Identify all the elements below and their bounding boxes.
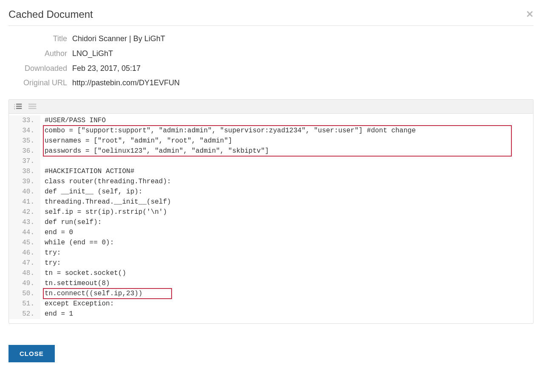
line-number: 49. — [9, 278, 40, 288]
code-text: end = 0 — [40, 227, 73, 238]
code-panel: 1 2 3 33.#USER/PASS INFO34.combo = ["sup… — [8, 99, 534, 324]
code-line: 50.tn.connect((self.ip,23)) — [9, 288, 533, 299]
svg-rect-6 — [28, 104, 36, 105]
code-text: self.ip = str(ip).rstrip('\n') — [40, 207, 167, 217]
line-number: 45. — [9, 238, 40, 248]
svg-text:3: 3 — [14, 108, 15, 110]
line-number: 51. — [9, 299, 40, 309]
svg-rect-4 — [16, 106, 22, 107]
line-number: 41. — [9, 197, 40, 207]
code-line: 44.end = 0 — [9, 227, 533, 238]
line-number: 37. — [9, 156, 40, 166]
code-text: class router(threading.Thread): — [40, 176, 171, 187]
line-number: 47. — [9, 258, 40, 268]
code-line: 43.def run(self): — [9, 217, 533, 227]
code-text: tn.settimeout(8) — [40, 278, 110, 288]
code-text: threading.Thread.__init__(self) — [40, 197, 171, 207]
line-number: 43. — [9, 217, 40, 227]
code-line: 34.combo = ["support:support", "admin:ad… — [9, 126, 533, 136]
close-icon[interactable]: ✕ — [526, 10, 534, 19]
svg-rect-8 — [28, 108, 36, 109]
code-text — [40, 156, 45, 166]
code-text: def run(self): — [40, 217, 102, 227]
code-text: end = 1 — [40, 309, 73, 319]
meta-row-title: Title Chidori Scanner | By LiGhT — [8, 33, 534, 45]
code-text: tn.connect((self.ip,23)) — [40, 288, 142, 299]
code-line: 46.try: — [9, 248, 533, 258]
code-toolbar: 1 2 3 — [9, 100, 533, 114]
code-text: usernames = ["root", "admin", "root", "a… — [40, 136, 232, 146]
line-number: 38. — [9, 166, 40, 176]
code-line: 42.self.ip = str(ip).rstrip('\n') — [9, 207, 533, 217]
code-text: while (end == 0): — [40, 238, 114, 248]
line-number: 33. — [9, 115, 40, 126]
meta-value-author: LNO_LiGhT — [72, 48, 113, 60]
code-text: try: — [40, 248, 61, 258]
line-number: 46. — [9, 248, 40, 258]
code-line: 37. — [9, 156, 533, 166]
code-area: 33.#USER/PASS INFO34.combo = ["support:s… — [9, 114, 533, 323]
meta-row-downloaded: Downloaded Feb 23, 2017, 05:17 — [8, 62, 534, 75]
list-view-icon[interactable] — [28, 103, 37, 110]
code-line: 36.passwords = ["oelinux123", "admin", "… — [9, 146, 533, 156]
code-line: 40.def __init__ (self, ip): — [9, 187, 533, 197]
line-number: 50. — [9, 288, 40, 299]
code-text: except Exception: — [40, 299, 114, 309]
code-text: combo = ["support:support", "admin:admin… — [40, 126, 416, 136]
code-line: 49.tn.settimeout(8) — [9, 278, 533, 288]
meta-label: Original URL — [8, 77, 72, 89]
code-line: 45.while (end == 0): — [9, 238, 533, 248]
code-line: 51.except Exception: — [9, 299, 533, 309]
meta-label: Title — [8, 33, 72, 45]
code-text: tn = socket.socket() — [40, 268, 126, 278]
code-line: 41.threading.Thread.__init__(self) — [9, 197, 533, 207]
toggle-line-numbers-icon[interactable]: 1 2 3 — [14, 103, 23, 110]
meta-label: Author — [8, 48, 72, 60]
close-button[interactable]: CLOSE — [8, 345, 55, 362]
meta-value-downloaded: Feb 23, 2017, 05:17 — [72, 62, 141, 75]
code-text: #HACKIFICATION ACTION# — [40, 166, 134, 176]
line-number: 34. — [9, 126, 40, 136]
code-line: 38.#HACKIFICATION ACTION# — [9, 166, 533, 176]
svg-rect-5 — [16, 108, 22, 109]
code-text: #USER/PASS INFO — [40, 115, 106, 126]
line-number: 44. — [9, 227, 40, 238]
meta-row-url: Original URL http://pastebin.com/DY1EVFU… — [8, 77, 534, 89]
code-line: 47.try: — [9, 258, 533, 268]
svg-rect-3 — [16, 104, 22, 105]
code-text: try: — [40, 258, 61, 268]
line-number: 39. — [9, 176, 40, 187]
modal-title: Cached Document — [8, 8, 93, 20]
svg-rect-7 — [28, 106, 36, 107]
code-line: 35.usernames = ["root", "admin", "root",… — [9, 136, 533, 146]
code-line: 33.#USER/PASS INFO — [9, 115, 533, 126]
code-text: passwords = ["oelinux123", "admin", "adm… — [40, 146, 269, 156]
meta-value-url: http://pastebin.com/DY1EVFUN — [72, 77, 180, 89]
line-number: 36. — [9, 146, 40, 156]
code-line: 39.class router(threading.Thread): — [9, 176, 533, 187]
modal-header: Cached Document ✕ — [8, 8, 534, 26]
line-number: 42. — [9, 207, 40, 217]
line-number: 52. — [9, 309, 40, 319]
meta-row-author: Author LNO_LiGhT — [8, 48, 534, 60]
code-text: def __init__ (self, ip): — [40, 187, 142, 197]
line-number: 48. — [9, 268, 40, 278]
meta-value-title: Chidori Scanner | By LiGhT — [72, 33, 165, 45]
code-line: 52.end = 1 — [9, 309, 533, 319]
line-number: 40. — [9, 187, 40, 197]
metadata-block: Title Chidori Scanner | By LiGhT Author … — [8, 33, 534, 89]
meta-label: Downloaded — [8, 62, 72, 75]
code-line: 48.tn = socket.socket() — [9, 268, 533, 278]
line-number: 35. — [9, 136, 40, 146]
